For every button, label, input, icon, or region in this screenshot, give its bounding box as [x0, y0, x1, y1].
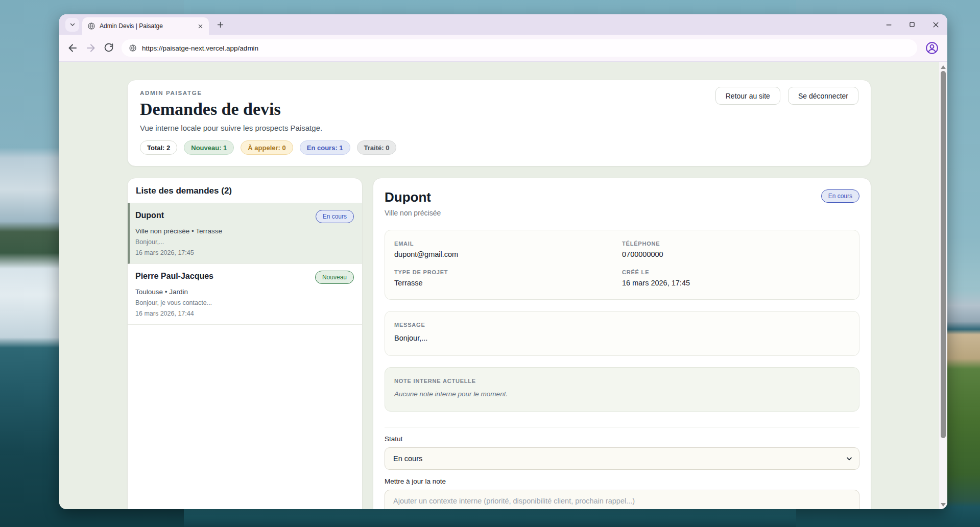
- field-created-at: CRÉÉ LE 16 mars 2026, 17:45: [622, 269, 850, 287]
- back-icon[interactable]: [66, 42, 79, 54]
- section-divider: [385, 427, 859, 427]
- forward-icon[interactable]: [85, 42, 97, 54]
- contact-info-card: EMAIL dupont@gmail.com TÉLÉPHONE 0700000…: [385, 230, 859, 300]
- scrollbar-thumb[interactable]: [941, 71, 946, 438]
- field-value: 0700000000: [622, 250, 850, 258]
- request-meta: Toulouse • Jardin: [135, 288, 354, 296]
- message-label: MESSAGE: [394, 322, 850, 328]
- status-badge: Nouveau: [315, 271, 354, 284]
- request-excerpt: Bonjour, je vous contacte...: [135, 299, 354, 306]
- stat-badge-nouveau: Nouveau: 1: [184, 140, 234, 155]
- field-project-type: TYPE DE PROJET Terrasse: [394, 269, 622, 287]
- reload-icon[interactable]: [103, 42, 115, 54]
- field-value: 16 mars 2026, 17:45: [622, 279, 850, 287]
- statut-label: Statut: [385, 435, 859, 443]
- message-value: Bonjour,...: [394, 334, 850, 342]
- tab-search-button[interactable]: [65, 18, 79, 32]
- list-item[interactable]: Dupont En cours Ville non précisée • Ter…: [128, 203, 362, 264]
- note-textarea[interactable]: [385, 490, 859, 509]
- browser-tab[interactable]: Admin Devis | Paisatge: [82, 17, 209, 35]
- browser-menu-icon[interactable]: [946, 42, 947, 54]
- stat-badge-traite: Traité: 0: [357, 140, 397, 155]
- tab-title: Admin Devis | Paisatge: [100, 22, 196, 30]
- request-name: Pierre Paul-Jacques: [135, 271, 213, 281]
- close-button[interactable]: [924, 14, 947, 35]
- stats-row: Total: 2 Nouveau: 1 À appeler: 0 En cour…: [140, 140, 858, 155]
- stat-badge-en-cours: En cours: 1: [300, 140, 350, 155]
- field-label: CRÉÉ LE: [622, 269, 850, 275]
- detail-name: Dupont: [385, 189, 441, 205]
- admin-page: ADMIN PAISATGE Demandes de devis Vue int…: [59, 62, 939, 509]
- status-badge: En cours: [316, 210, 354, 223]
- field-phone: TÉLÉPHONE 0700000000: [622, 241, 850, 258]
- field-label: TYPE DE PROJET: [394, 269, 622, 275]
- site-info-globe-icon[interactable]: [129, 44, 137, 52]
- request-date: 16 mars 2026, 17:44: [135, 310, 354, 317]
- message-card: MESSAGE Bonjour,...: [385, 311, 859, 356]
- browser-window: Admin Devis | Paisatge: [59, 14, 947, 509]
- detail-status-badge: En cours: [821, 189, 859, 203]
- list-item[interactable]: Pierre Paul-Jacques Nouveau Toulouse • J…: [128, 264, 362, 325]
- page-viewport: ADMIN PAISATGE Demandes de devis Vue int…: [59, 62, 947, 509]
- note-value: Aucune note interne pour le moment.: [394, 390, 850, 398]
- requests-list-card: Liste des demandes (2) Dupont En cours V…: [127, 178, 363, 509]
- globe-favicon-icon: [87, 22, 95, 30]
- internal-note-card: NOTE INTERNE ACTUELLE Aucune note intern…: [385, 367, 859, 412]
- header-actions: Retour au site Se déconnecter: [715, 87, 858, 105]
- browser-toolbar: https://paisatge-next.vercel.app/admin: [59, 35, 947, 62]
- field-value: dupont@gmail.com: [394, 250, 622, 258]
- status-select[interactable]: En cours: [385, 447, 859, 470]
- field-label: TÉLÉPHONE: [622, 241, 850, 247]
- url-bar[interactable]: https://paisatge-next.vercel.app/admin: [122, 39, 917, 57]
- request-detail-card: Dupont Ville non précisée En cours EMAIL…: [373, 178, 871, 509]
- tab-close-icon[interactable]: [196, 21, 205, 31]
- detail-city: Ville non précisée: [385, 209, 441, 217]
- profile-icon[interactable]: [925, 41, 939, 55]
- page-scrollbar[interactable]: [939, 62, 947, 509]
- back-to-site-button[interactable]: Retour au site: [715, 87, 780, 105]
- stat-badge-total: Total: 2: [140, 140, 177, 155]
- scroll-up-icon[interactable]: [939, 63, 947, 71]
- note-update-label: Mettre à jour la note: [385, 477, 859, 485]
- request-meta: Ville non précisée • Terrasse: [135, 227, 354, 235]
- request-date: 16 mars 2026, 17:45: [135, 249, 354, 256]
- request-name: Dupont: [135, 210, 164, 220]
- page-header-card: ADMIN PAISATGE Demandes de devis Vue int…: [127, 80, 871, 166]
- field-label: EMAIL: [394, 241, 622, 247]
- page-subtitle: Vue interne locale pour suivre les prosp…: [140, 124, 858, 132]
- window-controls: [877, 14, 947, 35]
- minimize-button[interactable]: [877, 14, 900, 35]
- list-heading: Liste des demandes (2): [128, 178, 362, 203]
- chevron-down-icon: [69, 21, 76, 28]
- url-text: https://paisatge-next.vercel.app/admin: [142, 44, 258, 52]
- request-excerpt: Bonjour,...: [135, 238, 354, 246]
- logout-button[interactable]: Se déconnecter: [788, 87, 858, 105]
- note-label: NOTE INTERNE ACTUELLE: [394, 378, 850, 384]
- maximize-button[interactable]: [900, 14, 924, 35]
- new-tab-button[interactable]: [213, 17, 227, 32]
- field-email: EMAIL dupont@gmail.com: [394, 241, 622, 258]
- browser-tab-strip: Admin Devis | Paisatge: [59, 14, 947, 35]
- stat-badge-a-appeler: À appeler: 0: [241, 140, 293, 155]
- field-value: Terrasse: [394, 279, 622, 287]
